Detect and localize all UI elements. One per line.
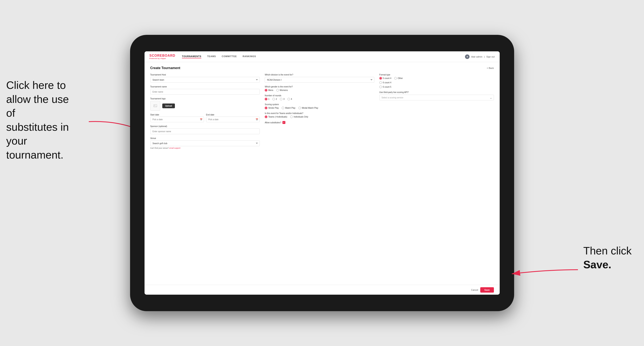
arrow-right-icon — [506, 257, 588, 282]
format-6count5[interactable]: 6 count 5 — [379, 86, 494, 88]
rounds-4[interactable]: 4 — [288, 98, 292, 100]
end-date-label: End date — [206, 114, 260, 116]
venue-label: Venue — [150, 137, 260, 139]
event-teams-label: Teams (+Individuals) — [268, 116, 287, 118]
scoring-api-label: Use third-party live scoring API? — [379, 91, 494, 93]
gender-radio-group: Mens Womens — [265, 89, 374, 92]
format-row-1: 5 count 4 Other — [379, 77, 494, 80]
scoring-service-select[interactable]: Select a scoring service — [379, 95, 494, 100]
division-label: Which division is the event for? — [265, 74, 374, 76]
page-footer: Cancel Save — [144, 285, 500, 295]
tournament-host-label: Tournament Host — [150, 74, 260, 76]
format-other[interactable]: Other — [394, 77, 403, 80]
gender-mens-label: Mens — [268, 89, 273, 91]
date-row: 📅 📅 — [150, 117, 260, 122]
end-date-icon: 📅 — [256, 118, 258, 121]
format-type-label: Format type — [379, 74, 494, 76]
rounds-3[interactable]: 3 — [280, 98, 284, 100]
format-6count4-label: 6 count 4 — [383, 81, 391, 84]
format-6count5-radio[interactable] — [379, 86, 382, 88]
sign-out-link[interactable]: Sign out — [486, 55, 494, 58]
email-support-link[interactable]: email support — [169, 147, 180, 149]
page-title: Create Tournament — [150, 66, 180, 70]
allow-substitutes-checkbox[interactable] — [282, 121, 285, 124]
nav-user-area: B blair admin | Sign out — [465, 54, 494, 59]
logo-upload-area: Upload — [150, 101, 260, 111]
scoring-match-play[interactable]: Match Play — [282, 107, 295, 109]
gender-womens[interactable]: Womens — [276, 89, 288, 92]
save-button[interactable]: Save — [480, 287, 494, 293]
scoring-stroke-radio[interactable] — [265, 107, 268, 109]
scoring-medal-label: Medal Match Play — [302, 107, 318, 109]
scoring-system-radio-group: Stroke Play Match Play Medal Match Play — [265, 107, 374, 109]
division-select[interactable]: NCAA Division I — [265, 77, 374, 83]
rounds-group: Number of rounds 1 2 — [265, 94, 374, 100]
format-6count4[interactable]: 6 count 4 — [379, 81, 494, 84]
logo: SCOREBOARD Powered by clippd — [150, 54, 176, 59]
image-icon — [153, 104, 157, 108]
annotation-right: Then click Save. — [583, 244, 632, 272]
rounds-3-label: 3 — [283, 98, 284, 100]
scoring-match-radio[interactable] — [282, 107, 284, 109]
back-button[interactable]: Back — [487, 67, 494, 69]
nav-tournaments[interactable]: TOURNAMENTS — [182, 55, 201, 58]
rounds-2-radio[interactable] — [272, 98, 275, 100]
rounds-2[interactable]: 2 — [272, 98, 277, 100]
sponsor-label: Sponsor (optional) — [150, 125, 260, 127]
form-col-1: Tournament Host Search team Tournament n… — [150, 74, 265, 152]
venue-select[interactable]: Search golf club — [150, 140, 260, 146]
scoring-match-label: Match Play — [285, 107, 295, 109]
format-5count4-radio[interactable] — [379, 77, 382, 80]
allow-substitutes-label: Allow substitutes? — [265, 122, 281, 124]
event-individuals[interactable]: Individuals Only — [290, 116, 308, 118]
upload-button[interactable]: Upload — [162, 104, 175, 108]
rounds-1-radio[interactable] — [265, 98, 268, 100]
event-type-radio-group: Teams (+Individuals) Individuals Only — [265, 116, 374, 118]
rounds-4-radio[interactable] — [288, 98, 290, 100]
logo-subtitle: Powered by clippd — [150, 57, 176, 59]
sponsor-group: Sponsor (optional) — [150, 125, 260, 134]
format-other-radio[interactable] — [394, 77, 397, 80]
gender-mens[interactable]: Mens — [265, 89, 273, 92]
rounds-2-label: 2 — [276, 98, 277, 100]
scoring-service-wrap: Select a scoring service — [379, 95, 494, 100]
username: blair admin — [471, 55, 482, 58]
format-6count5-label: 6 count 5 — [383, 86, 391, 88]
scoring-medal-match[interactable]: Medal Match Play — [298, 107, 318, 109]
event-teams-radio[interactable] — [265, 116, 268, 118]
sponsor-input[interactable] — [150, 129, 260, 134]
scoring-medal-radio[interactable] — [298, 107, 301, 109]
gender-label: Which gender is the event for? — [265, 86, 374, 88]
rounds-3-radio[interactable] — [280, 98, 282, 100]
scoring-system-label: Scoring system — [265, 103, 374, 106]
svg-point-2 — [154, 105, 155, 106]
date-labels: Start date End date — [150, 114, 260, 116]
navigation: SCOREBOARD Powered by clippd TOURNAMENTS… — [144, 51, 500, 62]
scoring-system-group: Scoring system Stroke Play Match Play — [265, 103, 374, 109]
gender-womens-radio[interactable] — [276, 89, 279, 92]
scoring-stroke-label: Stroke Play — [268, 107, 279, 109]
tournament-name-label: Tournament name — [150, 86, 260, 88]
gender-mens-radio[interactable] — [265, 89, 268, 92]
tournament-logo-group: Tournament logo Upload — [150, 98, 260, 111]
nav-teams[interactable]: TEAMS — [207, 55, 216, 58]
nav-committee[interactable]: COMMITTEE — [222, 55, 237, 58]
event-individuals-radio[interactable] — [290, 116, 293, 118]
format-5count4[interactable]: 5 count 4 — [379, 77, 391, 80]
event-individuals-label: Individuals Only — [294, 116, 308, 118]
scoring-stroke-play[interactable]: Stroke Play — [265, 107, 279, 109]
start-date-label: Start date — [150, 114, 204, 116]
rounds-1[interactable]: 1 — [265, 98, 270, 100]
tournament-host-select[interactable]: Search team — [150, 77, 260, 83]
event-teams[interactable]: Teams (+Individuals) — [265, 116, 287, 118]
format-6count4-radio[interactable] — [379, 81, 382, 84]
tablet-screen: SCOREBOARD Powered by clippd TOURNAMENTS… — [144, 51, 500, 295]
division-group: Which division is the event for? NCAA Di… — [265, 74, 374, 83]
cancel-button[interactable]: Cancel — [471, 289, 478, 291]
event-type-group: Is this event for Teams and/or Individua… — [265, 112, 374, 118]
nav-rankings[interactable]: RANKINGS — [242, 55, 256, 58]
end-date-input[interactable] — [206, 117, 260, 122]
form-col-3: Format type 5 count 4 Other — [379, 74, 494, 152]
tournament-name-input[interactable] — [150, 89, 260, 95]
start-date-input[interactable] — [150, 117, 204, 122]
